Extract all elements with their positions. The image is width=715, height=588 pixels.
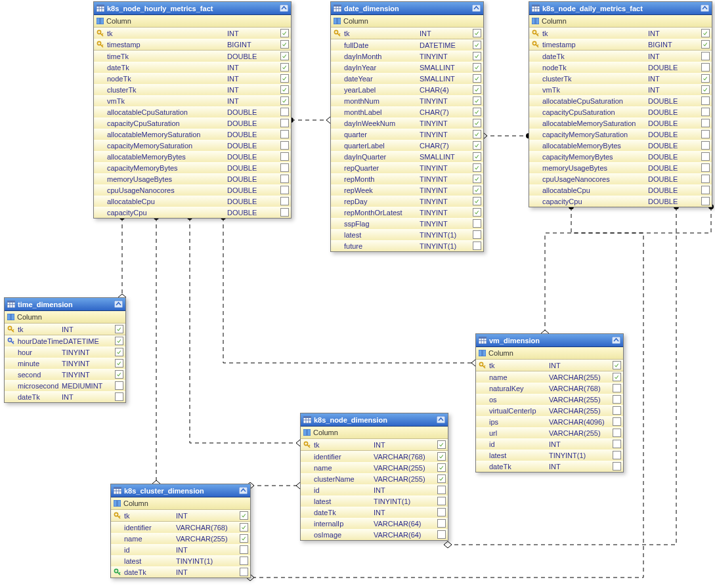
column-row[interactable]: osImageVARCHAR(64) bbox=[301, 529, 448, 540]
column-row[interactable]: repMonthOrLatestTINYINT bbox=[331, 207, 483, 218]
nullable-checkbox[interactable] bbox=[239, 511, 248, 520]
nullable-checkbox[interactable] bbox=[472, 208, 481, 217]
nullable-checkbox[interactable] bbox=[280, 186, 289, 194]
nullable-checkbox[interactable] bbox=[280, 163, 289, 172]
nullable-checkbox[interactable] bbox=[114, 325, 123, 333]
column-row[interactable]: latestTINYINT(1) bbox=[331, 229, 483, 240]
column-row[interactable]: capacityMemoryBytesDOUBLE bbox=[529, 151, 712, 162]
column-row[interactable]: idINT bbox=[476, 438, 623, 450]
column-row[interactable]: clusterTkINT bbox=[94, 84, 291, 95]
column-row[interactable]: cpuUsageNanocoresDOUBLE bbox=[529, 173, 712, 184]
nullable-checkbox[interactable] bbox=[701, 40, 710, 49]
column-row[interactable]: capacityCpuDOUBLE bbox=[529, 196, 712, 207]
column-row[interactable]: repQuarterTINYINT bbox=[331, 162, 483, 173]
table-vm[interactable]: vm_dimensionColumntkINTnameVARCHAR(255)n… bbox=[475, 333, 624, 472]
column-row[interactable]: internalIpVARCHAR(64) bbox=[301, 518, 448, 529]
column-row[interactable]: identifierVARCHAR(768) bbox=[111, 521, 250, 533]
column-row[interactable]: dateTkINT bbox=[476, 461, 623, 472]
nullable-checkbox[interactable] bbox=[612, 429, 621, 437]
nullable-checkbox[interactable] bbox=[472, 96, 481, 105]
nullable-checkbox[interactable] bbox=[612, 384, 621, 392]
nullable-checkbox[interactable] bbox=[472, 130, 481, 138]
column-row[interactable]: capacityMemorySaturationDOUBLE bbox=[529, 129, 712, 140]
column-row[interactable]: cpuUsageNanocoresDOUBLE bbox=[94, 184, 291, 196]
nullable-checkbox[interactable] bbox=[239, 545, 248, 554]
nullable-checkbox[interactable] bbox=[239, 523, 248, 532]
column-row[interactable]: vmTkINT bbox=[529, 84, 712, 95]
nullable-checkbox[interactable] bbox=[280, 63, 289, 72]
nullable-checkbox[interactable] bbox=[612, 451, 621, 459]
column-row[interactable]: repMonthTINYINT bbox=[331, 173, 483, 184]
collapse-icon[interactable] bbox=[280, 5, 288, 12]
column-row[interactable]: allocatableCpuDOUBLE bbox=[94, 196, 291, 207]
column-row[interactable]: dateTkINT bbox=[529, 50, 712, 62]
column-row[interactable]: tkINT bbox=[301, 439, 448, 450]
column-row[interactable]: tkINT bbox=[5, 324, 125, 335]
column-row[interactable]: capacityCpuSaturationDOUBLE bbox=[94, 117, 291, 129]
nullable-checkbox[interactable] bbox=[701, 141, 710, 150]
column-row[interactable]: dayInWeekNumTINYINT bbox=[331, 117, 483, 129]
column-row[interactable]: urlVARCHAR(255) bbox=[476, 427, 623, 438]
nullable-checkbox[interactable] bbox=[280, 40, 289, 49]
table-cluster[interactable]: k8s_cluster_dimensionColumntkINTidentifi… bbox=[110, 484, 251, 578]
column-row[interactable]: tkINT bbox=[94, 28, 291, 39]
column-row[interactable]: allocatableCpuSaturationDOUBLE bbox=[529, 95, 712, 106]
nullable-checkbox[interactable] bbox=[472, 63, 481, 72]
nullable-checkbox[interactable] bbox=[472, 29, 481, 37]
column-row[interactable]: osVARCHAR(255) bbox=[476, 394, 623, 405]
column-row[interactable]: dayInYearSMALLINT bbox=[331, 62, 483, 73]
nullable-checkbox[interactable] bbox=[701, 29, 710, 37]
column-row[interactable]: allocatableCpuSaturationDOUBLE bbox=[94, 106, 291, 117]
nullable-checkbox[interactable] bbox=[701, 163, 710, 172]
table-title-bar[interactable]: vm_dimension bbox=[476, 334, 623, 347]
collapse-icon[interactable] bbox=[437, 416, 445, 423]
collapse-icon[interactable] bbox=[472, 5, 481, 12]
table-title-bar[interactable]: k8s_node_daily_metrics_fact bbox=[529, 2, 712, 15]
column-row[interactable]: allocatableMemoryBytesDOUBLE bbox=[94, 151, 291, 162]
column-row[interactable]: idINT bbox=[301, 484, 448, 495]
column-row[interactable]: hourDateTimeDATETIME bbox=[5, 335, 125, 346]
nullable-checkbox[interactable] bbox=[612, 462, 621, 471]
nullable-checkbox[interactable] bbox=[437, 530, 446, 539]
column-row[interactable]: nameVARCHAR(255) bbox=[111, 533, 250, 544]
column-row[interactable]: timestampBIGINT bbox=[94, 39, 291, 50]
column-row[interactable]: tkINT bbox=[529, 28, 712, 39]
nullable-checkbox[interactable] bbox=[701, 186, 710, 194]
nullable-checkbox[interactable] bbox=[612, 406, 621, 415]
nullable-checkbox[interactable] bbox=[472, 175, 481, 183]
column-row[interactable]: latestTINYINT(1) bbox=[301, 495, 448, 507]
column-row[interactable]: futureTINYINT(1) bbox=[331, 240, 483, 251]
nullable-checkbox[interactable] bbox=[472, 74, 481, 83]
column-row[interactable]: quarterLabelCHAR(7) bbox=[331, 140, 483, 151]
nullable-checkbox[interactable] bbox=[612, 417, 621, 426]
nullable-checkbox[interactable] bbox=[280, 175, 289, 183]
nullable-checkbox[interactable] bbox=[280, 130, 289, 138]
column-row[interactable]: repWeekTINYINT bbox=[331, 184, 483, 196]
column-row[interactable]: dayInQuarterSMALLINT bbox=[331, 151, 483, 162]
table-daily[interactable]: k8s_node_daily_metrics_factColumntkINTti… bbox=[529, 1, 712, 207]
column-row[interactable]: hourTINYINT bbox=[5, 346, 125, 358]
nullable-checkbox[interactable] bbox=[280, 208, 289, 217]
table-node[interactable]: k8s_node_dimensionColumntkINTidentifierV… bbox=[300, 413, 448, 541]
column-row[interactable]: minuteTINYINT bbox=[5, 358, 125, 369]
nullable-checkbox[interactable] bbox=[472, 85, 481, 94]
collapse-icon[interactable] bbox=[612, 337, 620, 344]
table-date[interactable]: date_dimensionColumntkINTfullDateDATETIM… bbox=[330, 1, 484, 252]
nullable-checkbox[interactable] bbox=[114, 359, 123, 368]
nullable-checkbox[interactable] bbox=[472, 108, 481, 116]
column-row[interactable]: dateTkINT bbox=[5, 391, 125, 402]
nullable-checkbox[interactable] bbox=[437, 463, 446, 472]
column-row[interactable]: repDayTINYINT bbox=[331, 196, 483, 207]
column-row[interactable]: latestTINYINT(1) bbox=[476, 450, 623, 461]
nullable-checkbox[interactable] bbox=[612, 395, 621, 404]
nullable-checkbox[interactable] bbox=[239, 534, 248, 543]
column-row[interactable]: idINT bbox=[111, 544, 250, 555]
nullable-checkbox[interactable] bbox=[280, 85, 289, 94]
nullable-checkbox[interactable] bbox=[701, 119, 710, 127]
nullable-checkbox[interactable] bbox=[612, 373, 621, 381]
nullable-checkbox[interactable] bbox=[437, 440, 446, 449]
table-title-bar[interactable]: k8s_cluster_dimension bbox=[111, 484, 250, 497]
nullable-checkbox[interactable] bbox=[701, 63, 710, 72]
nullable-checkbox[interactable] bbox=[280, 96, 289, 105]
nullable-checkbox[interactable] bbox=[114, 337, 123, 345]
